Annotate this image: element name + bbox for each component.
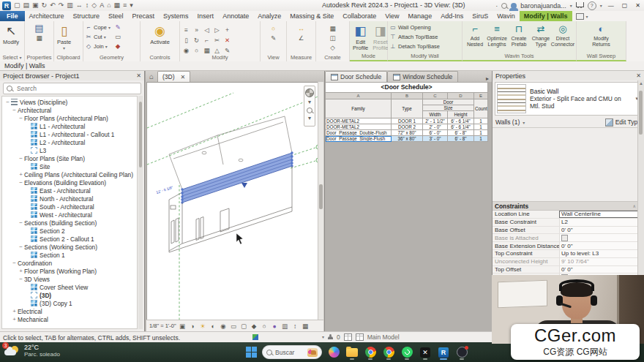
- tree-toggle-icon[interactable]: −: [18, 244, 24, 250]
- create-similar-icon[interactable]: ◇: [329, 43, 335, 52]
- ribbon-tab-systems[interactable]: Systems: [159, 11, 193, 21]
- shadows-icon[interactable]: ◐: [209, 323, 217, 330]
- tree-toggle-icon[interactable]: −: [18, 219, 24, 226]
- schedule-row-4[interactable]: Door_Passage_Single-Flush36" x 80"3' - 0…: [326, 136, 488, 142]
- paint-icon[interactable]: ✎: [115, 23, 121, 31]
- nav-caret-icon[interactable]: ▾: [308, 99, 311, 105]
- lock-3d-view-icon[interactable]: ◆: [250, 323, 258, 330]
- search-input[interactable]: [15, 84, 121, 93]
- tool-add-nested[interactable]: ⌐Add Nested: [464, 23, 486, 47]
- geometry-tool-join[interactable]: ◇Join▾: [85, 42, 111, 51]
- crop-view-icon[interactable]: ▭: [230, 323, 238, 330]
- taskbar-icon-chrome-2[interactable]: [382, 344, 395, 360]
- rendering-dialog-icon[interactable]: ◉: [220, 323, 228, 330]
- tree-item-l3[interactable]: L3: [2, 146, 137, 154]
- taskbar-icon-obs[interactable]: [455, 344, 468, 360]
- measure-icon[interactable]: ↔: [76, 1, 83, 10]
- tree-item-3d-views[interactable]: −3D Views: [2, 275, 137, 283]
- type-selector[interactable]: Basic WallExterior - Split Face and CMU …: [495, 82, 642, 116]
- taskbar-icon-revit[interactable]: R: [437, 344, 450, 360]
- taskbar-icon-explorer[interactable]: [345, 344, 359, 360]
- cell[interactable]: 6' - 6 1/4": [448, 118, 474, 124]
- sync-icon[interactable]: ↻: [42, 1, 48, 10]
- cell[interactable]: 6' - 0": [423, 130, 448, 136]
- user-avatar-icon[interactable]: [511, 3, 517, 9]
- text-icon[interactable]: A: [100, 1, 104, 10]
- view-tab-close-icon[interactable]: ✕: [181, 74, 186, 80]
- property-value[interactable]: L2: [559, 219, 638, 226]
- tool-optimize-lengths[interactable]: ≡Optimize Lengths: [486, 23, 508, 47]
- print-icon[interactable]: ▥: [67, 1, 73, 10]
- modify-tool-button[interactable]: ↖Modify: [1, 23, 20, 46]
- schedule-row-2[interactable]: DOOR-METAL2DOOR 22' - 0"6' - 6 1/4"1: [326, 124, 488, 130]
- open-file-icon[interactable]: ▤: [23, 1, 30, 10]
- cell[interactable]: 2' - 0": [423, 124, 448, 130]
- tree-item-3d[interactable]: (3D): [2, 291, 137, 299]
- tree-item-section-2-callout-1[interactable]: Section 2 - Callout 1: [2, 235, 137, 243]
- ribbon-tab-annotate[interactable]: Annotate: [218, 11, 253, 21]
- cell-family[interactable]: DOOR-METAL2: [326, 118, 392, 124]
- tool-wall-opening[interactable]: ▭Wall Opening: [389, 23, 440, 32]
- model-canvas[interactable]: 12' - 6 1/8": [146, 82, 323, 320]
- tree-item-floor-plans-working-plan[interactable]: +Floor Plans (Working Plan): [2, 267, 137, 275]
- viewport-scrollbar[interactable]: [318, 82, 323, 320]
- editable-only-icon[interactable]: [328, 334, 333, 340]
- geometry-tool-cope[interactable]: ⌐Cope▾: [85, 23, 111, 32]
- taskbar-icon-whatsapp[interactable]: [400, 344, 413, 360]
- cell-family[interactable]: Door_Passage_Single-Flush: [326, 136, 392, 142]
- tree-item-west-architectural[interactable]: West - Architectural: [2, 211, 137, 219]
- project-browser-close-icon[interactable]: ✕: [136, 72, 141, 79]
- property-value[interactable]: Wall Centerline: [559, 211, 638, 218]
- cell[interactable]: 6' - 8": [448, 130, 474, 136]
- ribbon-tab-add-ins[interactable]: Add-Ins: [436, 11, 468, 21]
- thin-lines-icon[interactable]: ≡: [123, 1, 127, 10]
- ribbon-tab-structure[interactable]: Structure: [69, 11, 105, 21]
- ribbon-tab-manage[interactable]: Manage: [404, 11, 437, 21]
- tree-item-cover-sheet-view[interactable]: Cover Sheet View: [2, 283, 137, 291]
- cell[interactable]: 36" x 80": [392, 136, 423, 142]
- new-file-icon[interactable]: ▢: [14, 1, 20, 10]
- project-browser-scrollbar[interactable]: [138, 96, 143, 329]
- offset-icon[interactable]: »: [192, 26, 201, 35]
- tree-item-l1-architectural[interactable]: L1 - Architectural: [2, 122, 137, 130]
- properties-header[interactable]: Properties✕: [493, 71, 644, 80]
- cell[interactable]: 6' - 6 1/4": [448, 124, 474, 130]
- tree-item-3d-copy-1[interactable]: (3D) Copy 1: [2, 299, 137, 307]
- cell[interactable]: 2' - 1 1/2": [423, 118, 448, 124]
- split-icon[interactable]: ✂: [212, 36, 222, 45]
- edit-type-button[interactable]: Edit Type: [605, 118, 641, 127]
- ribbon-tab-steel[interactable]: Steel: [104, 11, 128, 21]
- search-icon[interactable]: [501, 3, 507, 9]
- header-width[interactable]: Width: [423, 111, 448, 118]
- cell[interactable]: 1: [474, 118, 488, 124]
- revit-app-icon[interactable]: R: [2, 1, 11, 10]
- cell[interactable]: 1: [474, 136, 488, 142]
- tool-detach-top-base[interactable]: ⊥Detach Top/Base: [389, 42, 440, 51]
- element-filter[interactable]: Walls (1): [495, 118, 520, 126]
- ribbon-tab-file[interactable]: File: [0, 11, 25, 21]
- cell[interactable]: 3' - 0": [423, 136, 448, 142]
- temporary-view-properties-icon[interactable]: ▥: [281, 323, 289, 330]
- ribbon-tab-wavin[interactable]: Wavin: [493, 11, 520, 21]
- family-types-icon[interactable]: ▦: [34, 34, 43, 42]
- taskbar-search[interactable]: Buscar: [262, 345, 322, 359]
- view-scale[interactable]: 1/8" = 1'-0": [149, 323, 176, 329]
- panel-select-label[interactable]: Select ▾: [0, 53, 24, 61]
- mirror-pick-axis-icon[interactable]: ◁: [202, 26, 211, 35]
- cell[interactable]: 1: [474, 124, 488, 130]
- tree-item-architectural[interactable]: −Architectural: [2, 106, 137, 114]
- cell[interactable]: DOOR 2: [392, 124, 423, 130]
- steering-wheel-icon[interactable]: [305, 88, 314, 97]
- active-options-icon[interactable]: [356, 333, 364, 341]
- project-browser-header[interactable]: Project Browser - Project1✕: [0, 71, 144, 80]
- property-value[interactable]: [559, 234, 638, 241]
- property-value[interactable]: Up to level: L3: [559, 250, 638, 257]
- worksharing-status-icon[interactable]: [252, 334, 258, 340]
- tree-item-electrical[interactable]: +Electrical: [2, 307, 137, 315]
- tree-item-coordination[interactable]: −Coordination: [2, 259, 137, 267]
- home-icon[interactable]: ⌂: [146, 71, 157, 82]
- signed-in-user[interactable]: baronajuanda...: [520, 2, 566, 10]
- restore-button[interactable]: ▢: [620, 2, 630, 9]
- tree-toggle-icon[interactable]: +: [18, 268, 24, 274]
- crop-preview-icon[interactable]: ▣: [179, 323, 187, 330]
